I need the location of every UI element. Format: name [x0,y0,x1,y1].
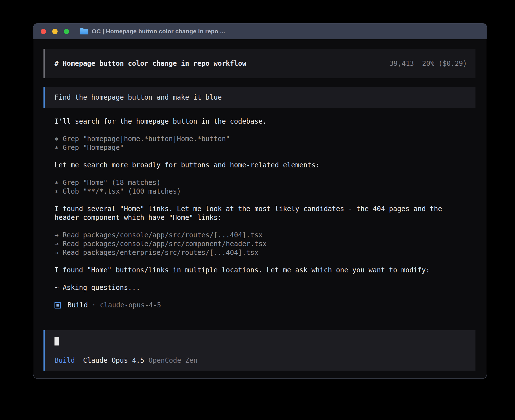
status-right: ctrl+t variants tab agents ctrl+p comman… [293,377,475,379]
context-usage: 20% ($0.29) [422,59,467,68]
agent-separator: · [92,301,96,310]
shortcut-key: ctrl+p [414,377,438,379]
assistant-text-line: I'll search for the homepage button in t… [54,117,447,126]
shortcut-variants: ctrl+t variants [293,377,354,379]
tool-call-read: → Read packages/console/app/src/routes/[… [54,231,447,240]
session-title: # Homepage button color change in repo w… [54,59,246,68]
window-controls [41,29,69,34]
terminal-window: OC | Homepage button color change in rep… [33,23,487,379]
shortcut-key: tab [364,377,376,379]
assistant-text-line: Let me search more broadly for buttons a… [54,161,447,170]
tool-call-grep: ∗ Grep "Homepage" [54,143,447,152]
session-header: # Homepage button color change in repo w… [43,49,475,78]
provider-label: OpenCode Zen [149,356,197,365]
shortcut-key: ctrl+t [293,377,318,379]
title-bar[interactable]: OC | Homepage button color change in rep… [33,23,487,39]
close-button[interactable] [41,29,46,34]
assistant-text-line: I found "Home" buttons/links in multiple… [54,266,447,275]
token-count: 39,413 [389,59,414,68]
tool-call-grep: ∗ Grep "Home" (18 matches) [54,178,447,187]
session-stats: 39,413 20% ($0.29) [389,59,467,68]
shortcut-label: interrupt [109,377,146,379]
user-message: Find the homepage button and make it blu… [43,87,475,108]
shortcut-commands: ctrl+p commands [414,377,475,379]
shortcut-label: commands [442,377,475,379]
tool-call-read: → Read packages/enterprise/src/routes/[.… [54,248,447,257]
shortcut-key: esc [93,377,105,379]
window-title: OC | Homepage button color change in rep… [92,28,225,35]
shortcut-label: variants [322,377,355,379]
model-label: Claude Opus 4.5 [83,356,144,365]
zoom-button[interactable] [64,29,69,34]
build-agent-icon [54,302,61,309]
agent-name: Build [67,301,88,310]
input-mode-row: Build Claude Opus 4.5 OpenCode Zen [54,356,475,365]
tool-call-grep: ∗ Grep "homepage|home.*button|Home.*butt… [54,135,447,143]
assistant-status-line: ~ Asking questions... [54,283,447,292]
assistant-text-line: I found several "Home" links. Let me loo… [54,205,447,222]
tool-call-glob: ∗ Glob "**/*.tsx" (100 matches) [54,187,447,196]
text-cursor [54,337,59,345]
prompt-input[interactable]: Build Claude Opus 4.5 OpenCode Zen [43,330,475,371]
folder-icon [80,28,88,34]
tool-call-read: → Read packages/console/app/src/componen… [54,240,447,248]
status-left: esc interrupt [47,377,146,379]
minimize-button[interactable] [52,29,58,34]
terminal-content: # Homepage button color change in repo w… [33,39,487,379]
shortcut-label: agents [380,377,405,379]
mode-label: Build [54,356,75,365]
shortcut-agents: tab agents [364,377,405,379]
conversation: I'll search for the homepage button in t… [43,117,447,318]
agent-model: claude-opus-4-5 [100,301,161,310]
shortcut-interrupt: esc interrupt [93,377,146,379]
user-message-text: Find the homepage button and make it blu… [54,93,222,102]
status-bar: esc interrupt ctrl+t variants tab agents… [43,377,475,379]
agent-status-row: Build · claude-opus-4-5 [54,301,447,310]
